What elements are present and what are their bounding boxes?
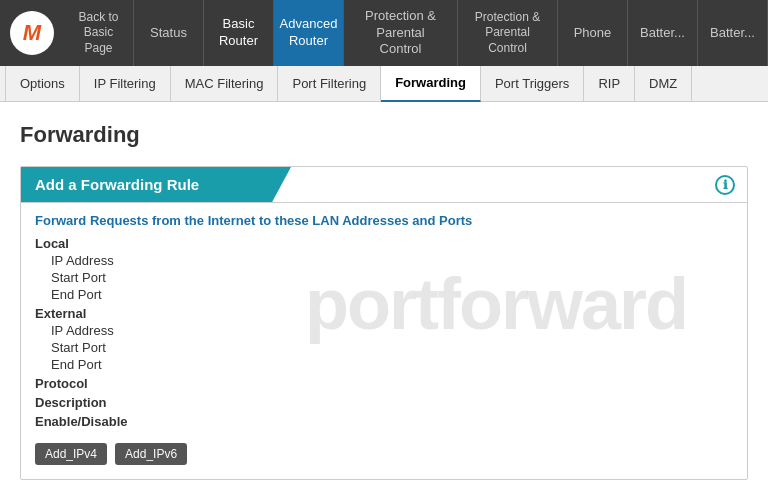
nav-protection[interactable]: Protection & Parental Control [458,0,558,66]
section-local-label: Local [35,236,733,251]
nav-phone[interactable]: Batter... [628,0,698,66]
field-local-end-port: End Port [35,287,733,302]
card-header: Add a Forwarding Rule [21,167,291,202]
section-external-label: External [35,306,733,321]
info-icon[interactable]: ℹ [715,175,735,195]
field-description: Description [35,395,733,410]
field-protocol: Protocol [35,376,733,391]
subnav-ip-filtering[interactable]: IP Filtering [80,66,171,102]
forwarding-card: Add a Forwarding Rule ℹ portforward Forw… [20,166,748,480]
subnav-mac-filtering[interactable]: MAC Filtering [171,66,279,102]
nav-status[interactable]: Status [134,0,204,66]
nav-back[interactable]: Back to Basic Page [64,0,134,66]
field-local-start-port: Start Port [35,270,733,285]
subnav-dmz[interactable]: DMZ [635,66,692,102]
field-local-ip: IP Address [35,253,733,268]
subnav-rip[interactable]: RIP [584,66,635,102]
subnav-port-triggers[interactable]: Port Triggers [481,66,584,102]
field-external-end-port: End Port [35,357,733,372]
main-content: Forwarding Add a Forwarding Rule ℹ portf… [0,102,768,500]
nav-items: Back to Basic Page Status Basic Router A… [64,0,768,66]
motorola-logo: M [10,11,54,55]
field-external-start-port: Start Port [35,340,733,355]
card-body: portforward Forward Requests from the In… [21,203,747,479]
sub-navigation: Options IP Filtering MAC Filtering Port … [0,66,768,102]
top-navigation: M Back to Basic Page Status Basic Router… [0,0,768,66]
nav-vpn[interactable]: Phone [558,0,628,66]
nav-battery[interactable]: Batter... [698,0,768,66]
forward-subtitle: Forward Requests from the Internet to th… [35,213,733,228]
field-enable-disable: Enable/Disable [35,414,733,429]
logo-area: M [0,0,64,66]
add-ipv6-button[interactable]: Add_IPv6 [115,443,187,465]
field-external-ip: IP Address [35,323,733,338]
buttons-row: Add_IPv4 Add_IPv6 [35,443,733,465]
fields-area: Forward Requests from the Internet to th… [35,213,733,465]
nav-wireless[interactable]: Protection & Parental Control [344,0,458,66]
nav-advanced-router[interactable]: Advanced Router [274,0,344,66]
logo-letter: M [23,20,41,46]
subnav-options[interactable]: Options [5,66,80,102]
add-ipv4-button[interactable]: Add_IPv4 [35,443,107,465]
nav-basic-router[interactable]: Basic Router [204,0,274,66]
page-title: Forwarding [20,122,748,148]
subnav-port-filtering[interactable]: Port Filtering [278,66,381,102]
subnav-forwarding[interactable]: Forwarding [381,66,481,102]
